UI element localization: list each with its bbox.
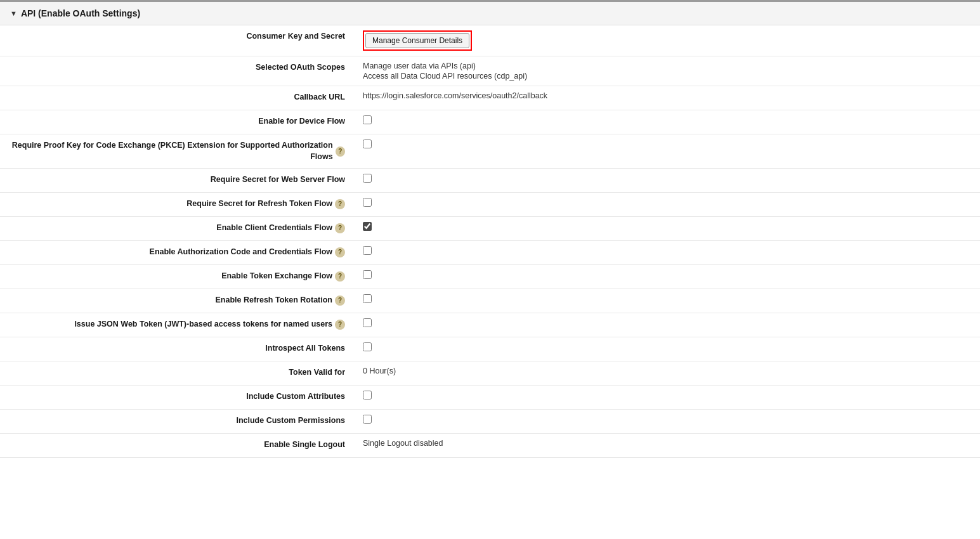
label-text-issue-jwt-tokens: Issue JSON Web Token (JWT)-based access …: [0, 319, 345, 330]
help-icon-enable-refresh-token-rotation[interactable]: ?: [335, 295, 345, 306]
checkbox-enable-client-credentials[interactable]: [363, 222, 372, 231]
label-require-pkce: Require Proof Key for Code Exchange (PKC…: [0, 134, 355, 168]
label-include-custom-permissions: Include Custom Permissions: [0, 410, 355, 432]
checkbox-enable-token-exchange[interactable]: [363, 270, 372, 279]
checkbox-require-secret-web-server[interactable]: [363, 174, 372, 183]
label-enable-client-credentials: Enable Client Credentials Flow?: [0, 217, 355, 240]
form-row-enable-refresh-token-rotation: Enable Refresh Token Rotation?: [0, 289, 980, 313]
value-require-secret-refresh-token[interactable]: [355, 193, 980, 212]
label-require-secret-refresh-token: Require Secret for Refresh Token Flow?: [0, 193, 355, 216]
form-row-introspect-all-tokens: Introspect All Tokens: [0, 337, 980, 361]
value-include-custom-attributes[interactable]: [355, 386, 980, 405]
help-icon-enable-auth-code-credentials[interactable]: ?: [335, 247, 345, 257]
form-row-include-custom-permissions: Include Custom Permissions: [0, 410, 980, 434]
form-body: Consumer Key and SecretManage Consumer D…: [0, 25, 980, 458]
help-icon-issue-jwt-tokens[interactable]: ?: [335, 320, 345, 330]
form-row-require-secret-web-server: Require Secret for Web Server Flow: [0, 169, 980, 193]
section-title: API (Enable OAuth Settings): [21, 8, 140, 18]
checkbox-require-pkce[interactable]: [363, 140, 372, 148]
label-text-enable-token-exchange: Enable Token Exchange Flow?: [0, 271, 345, 282]
label-consumer-key-secret: Consumer Key and Secret: [0, 25, 355, 48]
help-icon-require-secret-refresh-token[interactable]: ?: [335, 199, 345, 209]
value-issue-jwt-tokens[interactable]: [355, 313, 980, 332]
help-icon-enable-token-exchange[interactable]: ?: [335, 271, 345, 282]
value-enable-auth-code-credentials[interactable]: [355, 241, 980, 260]
help-icon-require-pkce[interactable]: ?: [336, 146, 345, 157]
form-row-require-pkce: Require Proof Key for Code Exchange (PKC…: [0, 134, 980, 169]
label-selected-oauth-scopes: Selected OAuth Scopes: [0, 56, 355, 79]
value-require-secret-web-server[interactable]: [355, 169, 980, 188]
toggle-icon[interactable]: ▼: [10, 10, 17, 17]
checkbox-require-secret-refresh-token[interactable]: [363, 198, 372, 207]
value-callback-url: https://login.salesforce.com/services/oa…: [355, 86, 980, 105]
help-icon-enable-client-credentials[interactable]: ?: [335, 223, 345, 233]
label-issue-jwt-tokens: Issue JSON Web Token (JWT)-based access …: [0, 313, 355, 336]
form-row-include-custom-attributes: Include Custom Attributes: [0, 386, 980, 410]
value-enable-token-exchange[interactable]: [355, 265, 980, 284]
label-enable-token-exchange: Enable Token Exchange Flow?: [0, 265, 355, 288]
form-row-enable-single-logout: Enable Single LogoutSingle Logout disabl…: [0, 434, 980, 458]
form-row-enable-token-exchange: Enable Token Exchange Flow?: [0, 265, 980, 289]
label-enable-refresh-token-rotation: Enable Refresh Token Rotation?: [0, 289, 355, 312]
checkbox-issue-jwt-tokens[interactable]: [363, 318, 372, 327]
value-selected-oauth-scopes: Manage user data via APIs (api)Access al…: [355, 56, 980, 86]
label-token-valid-for: Token Valid for: [0, 361, 355, 384]
label-text-enable-client-credentials: Enable Client Credentials Flow?: [0, 223, 345, 234]
oauth-scopes-container: Manage user data via APIs (api)Access al…: [363, 62, 527, 81]
checkbox-enable-refresh-token-rotation[interactable]: [363, 294, 372, 303]
value-require-pkce[interactable]: [355, 134, 980, 153]
oauth-scope-0: Manage user data via APIs (api): [363, 62, 527, 70]
label-text-require-secret-refresh-token: Require Secret for Refresh Token Flow?: [0, 198, 345, 210]
label-enable-auth-code-credentials: Enable Authorization Code and Credential…: [0, 241, 355, 264]
checkbox-enable-device-flow[interactable]: [363, 115, 372, 124]
text-value-enable-single-logout: Single Logout disabled: [363, 439, 443, 448]
label-require-secret-web-server: Require Secret for Web Server Flow: [0, 169, 355, 192]
form-row-token-valid-for: Token Valid for0 Hour(s): [0, 361, 980, 386]
form-row-issue-jwt-tokens: Issue JSON Web Token (JWT)-based access …: [0, 313, 980, 337]
value-include-custom-permissions[interactable]: [355, 410, 980, 429]
text-value-token-valid-for: 0 Hour(s): [363, 367, 396, 375]
label-include-custom-attributes: Include Custom Attributes: [0, 386, 355, 408]
label-text-require-pkce: Require Proof Key for Code Exchange (PKC…: [0, 140, 345, 162]
page-container: ▼ API (Enable OAuth Settings) Consumer K…: [0, 0, 980, 539]
manage-consumer-details-button[interactable]: Manage Consumer Details: [365, 33, 469, 48]
value-enable-refresh-token-rotation[interactable]: [355, 289, 980, 308]
label-text-enable-refresh-token-rotation: Enable Refresh Token Rotation?: [0, 295, 345, 306]
manage-consumer-highlight: Manage Consumer Details: [363, 30, 472, 51]
label-enable-device-flow: Enable for Device Flow: [0, 110, 355, 133]
label-introspect-all-tokens: Introspect All Tokens: [0, 337, 355, 360]
form-row-enable-auth-code-credentials: Enable Authorization Code and Credential…: [0, 241, 980, 265]
form-row-consumer-key-secret: Consumer Key and SecretManage Consumer D…: [0, 25, 980, 56]
label-text-enable-auth-code-credentials: Enable Authorization Code and Credential…: [0, 247, 345, 258]
value-enable-client-credentials[interactable]: [355, 217, 980, 236]
label-callback-url: Callback URL: [0, 86, 355, 109]
value-token-valid-for: 0 Hour(s): [355, 361, 980, 380]
text-value-callback-url: https://login.salesforce.com/services/oa…: [363, 91, 547, 100]
form-row-callback-url: Callback URLhttps://login.salesforce.com…: [0, 86, 980, 110]
label-enable-single-logout: Enable Single Logout: [0, 434, 355, 457]
checkbox-introspect-all-tokens[interactable]: [363, 342, 372, 351]
form-row-enable-device-flow: Enable for Device Flow: [0, 110, 980, 134]
value-enable-device-flow[interactable]: [355, 110, 980, 129]
checkbox-include-custom-permissions[interactable]: [363, 415, 372, 424]
form-row-selected-oauth-scopes: Selected OAuth ScopesManage user data vi…: [0, 56, 980, 86]
checkbox-enable-auth-code-credentials[interactable]: [363, 246, 372, 255]
oauth-scope-1: Access all Data Cloud API resources (cdp…: [363, 72, 527, 81]
section-header: ▼ API (Enable OAuth Settings): [0, 2, 980, 25]
value-introspect-all-tokens[interactable]: [355, 337, 980, 356]
form-row-require-secret-refresh-token: Require Secret for Refresh Token Flow?: [0, 193, 980, 217]
value-enable-single-logout: Single Logout disabled: [355, 434, 980, 453]
value-consumer-key-secret: Manage Consumer Details: [355, 25, 980, 56]
form-row-enable-client-credentials: Enable Client Credentials Flow?: [0, 217, 980, 241]
checkbox-include-custom-attributes[interactable]: [363, 391, 372, 399]
